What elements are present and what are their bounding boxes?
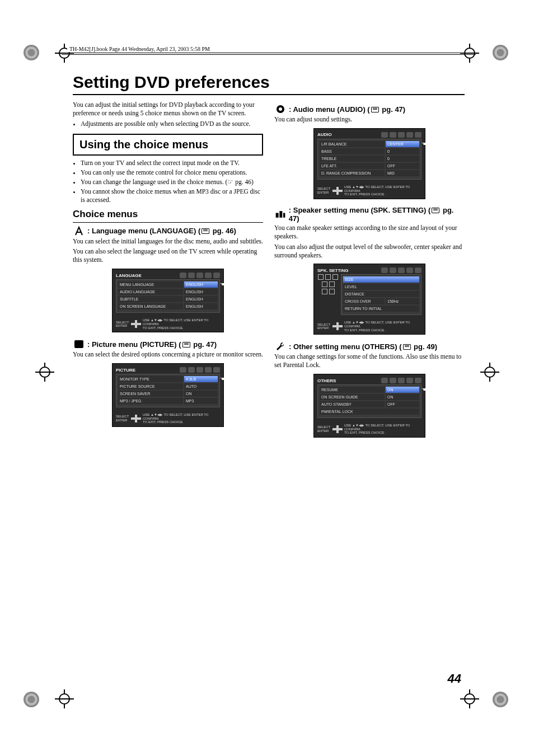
list-item: You can change the language used in the … bbox=[81, 178, 263, 186]
speaker-icon bbox=[274, 209, 287, 219]
picture-heading: : Picture menu (PICTURE) ( pg. 47) bbox=[73, 339, 263, 349]
picture-menu-screenshot: PICTURE MONITOR TYPE4:3LB PICTURE SOURCE… bbox=[112, 363, 224, 427]
menu-row-value: MID bbox=[386, 170, 419, 176]
menu-title: SPK. SETTING bbox=[317, 268, 349, 273]
menu-row-key: BASS bbox=[320, 148, 385, 154]
menu-row-key: DISTANCE bbox=[343, 291, 419, 297]
crop-mark-icon bbox=[24, 692, 39, 707]
crop-mark-icon bbox=[24, 45, 39, 60]
list-item: Turn on your TV and select the correct i… bbox=[81, 159, 263, 167]
menu-title: OTHERS bbox=[317, 378, 336, 383]
page-ref-icon bbox=[371, 107, 379, 112]
menu-row-key: SIZE bbox=[343, 276, 419, 283]
menu-row-value: ENGLISH bbox=[184, 289, 218, 295]
menu-title: PICTURE bbox=[116, 368, 135, 373]
title-rule bbox=[73, 94, 465, 95]
svg-rect-4 bbox=[279, 211, 282, 218]
menu-row-key: TREBLE bbox=[320, 156, 385, 162]
spk-heading: : Speaker setting menu (SPK. SETTING) ( … bbox=[274, 206, 465, 223]
picture-para: You can select the desired options conce… bbox=[73, 350, 263, 359]
page-ref-icon bbox=[432, 208, 439, 213]
dpad-icon bbox=[332, 425, 342, 433]
language-heading: : Language menu (LANGUAGE) ( pg. 46) bbox=[73, 226, 263, 236]
heading-text: : Other setting menu (OTHERS) ( pg. 49) bbox=[289, 342, 437, 351]
menu-row-value: 150Hz bbox=[386, 298, 419, 304]
menu-row-key: D. RANGE COMPRESSION bbox=[320, 170, 385, 176]
tab-icons bbox=[381, 132, 421, 138]
svg-rect-0 bbox=[74, 340, 83, 348]
tab-icons bbox=[381, 267, 421, 273]
heading-text: : Speaker setting menu (SPK. SETTING) ( … bbox=[289, 206, 465, 223]
menu-row-value: ON bbox=[184, 391, 218, 397]
menu-row-key: SCREEN SAVER bbox=[118, 391, 183, 397]
audio-icon bbox=[274, 104, 287, 114]
spk-para-2: You can also adjust the output level of … bbox=[274, 243, 465, 260]
page-number: 44 bbox=[448, 672, 461, 686]
menu-row-key: PICTURE SOURCE bbox=[118, 383, 183, 389]
language-para-1: You can select the initial languages for… bbox=[73, 237, 263, 246]
menu-row-value: AUTO bbox=[184, 383, 218, 389]
list-item: Adjustments are possible only when selec… bbox=[81, 120, 263, 128]
tab-icons bbox=[180, 273, 220, 278]
menu-row-value: 4:3LB bbox=[184, 376, 218, 382]
menu-row-value: ENGLISH bbox=[184, 296, 218, 302]
menu-row-key: PARENTAL LOCK bbox=[320, 408, 419, 415]
registration-mark-icon bbox=[36, 364, 53, 381]
others-heading: : Other setting menu (OTHERS) ( pg. 49) bbox=[274, 341, 465, 351]
menu-row-key: AUTO STANDBY bbox=[320, 401, 385, 407]
sub-rule bbox=[73, 222, 263, 223]
crop-mark-icon bbox=[493, 45, 508, 60]
intro-bullets: Adjustments are possible only when selec… bbox=[73, 120, 263, 128]
menu-row-value: ENGLISH bbox=[184, 281, 218, 288]
list-item: You can only use the remote control for … bbox=[81, 168, 263, 177]
choice-menus-heading: Choice menus bbox=[73, 209, 263, 220]
crop-mark-icon bbox=[493, 692, 508, 707]
registration-mark-icon bbox=[56, 691, 73, 707]
menu-row-value: CENTER bbox=[386, 141, 419, 147]
audio-para: You can adjust sound settings. bbox=[274, 115, 465, 124]
menu-row-value: ON bbox=[386, 387, 419, 393]
language-para-2: You can also select the language used on… bbox=[73, 247, 263, 264]
language-icon bbox=[73, 226, 85, 236]
page-ref-icon bbox=[202, 228, 209, 234]
page-ref-icon bbox=[403, 344, 411, 350]
boxed-heading: Using the choice menus bbox=[73, 134, 263, 156]
menu-row-value: 0 bbox=[386, 148, 419, 154]
spk-para-1: You can make speaker settings according … bbox=[274, 224, 465, 241]
menu-title: AUDIO bbox=[317, 132, 332, 137]
page-ref-icon bbox=[182, 342, 190, 348]
registration-mark-icon bbox=[481, 364, 498, 381]
page-title: Setting DVD preferences bbox=[73, 73, 465, 92]
menu-row-key: CROSS OVER bbox=[343, 298, 385, 304]
list-item: You cannot show the choice menus when an… bbox=[81, 187, 263, 204]
menu-row-key: LEVEL bbox=[343, 284, 419, 290]
audio-heading: : Audio menu (AUDIO) ( pg. 47) bbox=[274, 104, 465, 114]
menu-row-key: MENU LANGUAGE bbox=[118, 281, 183, 288]
tab-icons bbox=[180, 367, 220, 373]
menu-row-value: OFF bbox=[386, 163, 419, 169]
dpad-icon bbox=[332, 187, 342, 195]
header-rule bbox=[62, 53, 476, 55]
heading-text: : Language menu (LANGUAGE) ( pg. 46) bbox=[87, 227, 236, 235]
spk-menu-screenshot: SPK. SETTING SIZE LEVEL DISTANCE bbox=[313, 264, 425, 335]
menu-row-value: OFF bbox=[386, 401, 419, 407]
menu-row-value: ENGLISH bbox=[184, 303, 218, 309]
others-para: You can change settings for some of the … bbox=[274, 353, 465, 369]
menu-row-key: ON SCREEN LANGUAGE bbox=[118, 303, 183, 309]
menu-row-key: MONITOR TYPE bbox=[118, 376, 183, 382]
intro-paragraph: You can adjust the initial settings for … bbox=[73, 101, 263, 118]
menu-row-key: RETURN TO INITIAL bbox=[343, 306, 419, 312]
heading-text: : Picture menu (PICTURE) ( pg. 47) bbox=[87, 340, 217, 349]
svg-rect-5 bbox=[283, 213, 285, 217]
boxed-bullets: Turn on your TV and select the correct i… bbox=[73, 159, 263, 204]
right-column: : Audio menu (AUDIO) ( pg. 47) You can a… bbox=[274, 101, 465, 444]
speaker-layout-icon bbox=[317, 274, 341, 315]
dpad-icon bbox=[332, 322, 342, 330]
menu-title: LANGUAGE bbox=[116, 273, 142, 278]
menu-row-key: AUDIO LANGUAGE bbox=[118, 289, 183, 295]
dpad-icon bbox=[131, 320, 140, 328]
picture-icon bbox=[73, 339, 85, 349]
left-column: You can adjust the initial settings for … bbox=[73, 101, 263, 444]
menu-row-key: SUBTITLE bbox=[118, 296, 183, 302]
menu-row-key: RESUME bbox=[320, 387, 385, 393]
